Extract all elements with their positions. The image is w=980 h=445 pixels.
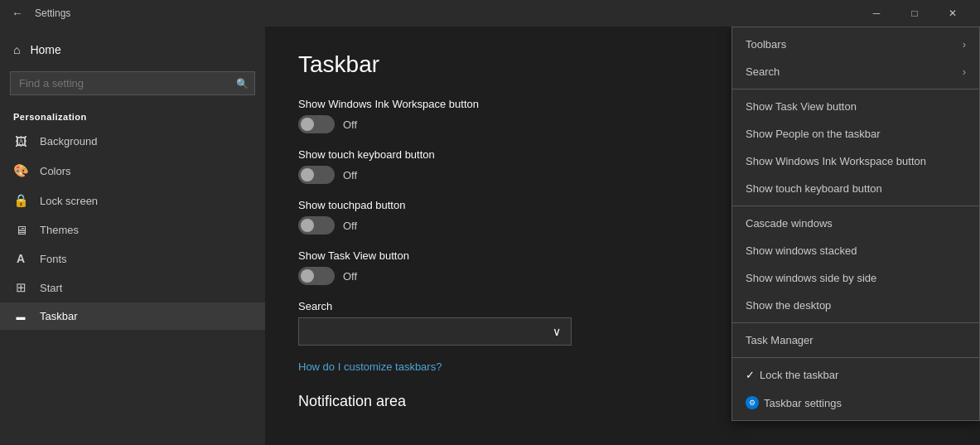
context-menu-item-show-desktop[interactable]: Show the desktop <box>732 292 979 319</box>
sidebar-item-start[interactable]: ⊞ Start <box>0 273 265 302</box>
task-manager-label: Task Manager <box>746 334 813 346</box>
sidebar-item-lock-screen[interactable]: 🔒 Lock screen <box>0 186 265 215</box>
sidebar-search-container: 🔍 <box>10 71 255 95</box>
sidebar-item-label: Fonts <box>40 253 67 265</box>
fonts-icon: A <box>13 252 28 265</box>
touchpad-toggle[interactable] <box>298 216 335 235</box>
sidebar-item-label: Background <box>40 135 97 148</box>
colors-icon: 🎨 <box>13 163 28 178</box>
titlebar-controls: ─ □ ✕ <box>857 0 972 27</box>
touch-keyboard-toggle-label: Off <box>343 169 357 181</box>
show-people-label: Show People on the taskbar <box>746 128 881 140</box>
sidebar: ⌂ Home 🔍 Personalization 🖼 Background 🎨 … <box>0 27 265 445</box>
themes-icon: 🖥 <box>13 223 28 237</box>
divider <box>732 322 979 323</box>
search-dropdown[interactable]: ∨ <box>298 317 572 346</box>
context-menu-item-show-ink[interactable]: Show Windows Ink Workspace button <box>732 148 979 175</box>
sidebar-section-label: Personalization <box>0 102 265 127</box>
content-area: Taskbar Show Windows Ink Workspace butto… <box>265 27 980 445</box>
cascade-label: Cascade windows <box>746 217 833 230</box>
titlebar-title: Settings <box>35 7 70 19</box>
sidebar-item-background[interactable]: 🖼 Background <box>0 127 265 156</box>
chevron-right-icon: › <box>963 66 966 78</box>
check-icon: ✓ <box>746 369 755 381</box>
touch-keyboard-toggle[interactable] <box>298 166 335 184</box>
sidebar-item-label: Colors <box>40 165 71 177</box>
show-task-view-label: Show Task View button <box>746 100 857 113</box>
touchpad-toggle-label: Off <box>343 220 357 232</box>
context-menu-item-show-stacked[interactable]: Show windows stacked <box>732 237 979 264</box>
main-layout: ⌂ Home 🔍 Personalization 🖼 Background 🎨 … <box>0 27 980 445</box>
context-menu-item-lock-taskbar[interactable]: ✓ Lock the taskbar <box>732 361 979 389</box>
background-icon: 🖼 <box>13 134 28 148</box>
divider <box>732 89 979 89</box>
home-label: Home <box>30 43 60 56</box>
taskbar-icon: ▬ <box>13 312 28 322</box>
back-button[interactable]: ← <box>8 3 27 23</box>
sidebar-item-label: Start <box>40 282 62 294</box>
context-menu-item-show-people[interactable]: Show People on the taskbar <box>732 120 979 148</box>
taskbar-settings-label: Taskbar settings <box>764 397 842 409</box>
context-menu-item-show-touch-kb[interactable]: Show touch keyboard button <box>732 175 979 202</box>
ink-workspace-toggle[interactable] <box>298 115 335 133</box>
lock-screen-icon: 🔒 <box>13 193 28 208</box>
sidebar-item-colors[interactable]: 🎨 Colors <box>0 156 265 186</box>
show-ink-label: Show Windows Ink Workspace button <box>746 155 926 167</box>
sidebar-item-label: Lock screen <box>40 195 98 207</box>
sidebar-item-themes[interactable]: 🖥 Themes <box>0 215 265 244</box>
minimize-button[interactable]: ─ <box>857 0 896 27</box>
context-menu-item-task-manager[interactable]: Task Manager <box>732 326 979 354</box>
context-menu-item-taskbar-settings[interactable]: ⚙ Taskbar settings <box>732 389 979 417</box>
sidebar-item-label: Themes <box>40 224 79 236</box>
sidebar-item-taskbar[interactable]: ▬ Taskbar <box>0 302 265 330</box>
task-view-toggle-label: Off <box>343 270 357 283</box>
context-menu-item-search[interactable]: Search › <box>732 58 979 85</box>
gear-icon: ⚙ <box>746 396 759 409</box>
chevron-right-icon: › <box>963 39 966 51</box>
sidebar-home-button[interactable]: ⌂ Home <box>0 35 265 65</box>
lock-taskbar-label: Lock the taskbar <box>760 369 838 381</box>
search-input[interactable] <box>10 71 255 95</box>
divider <box>732 206 979 206</box>
context-menu-item-toolbars[interactable]: Toolbars › <box>732 31 979 58</box>
chevron-down-icon: ∨ <box>553 325 561 338</box>
sidebar-item-label: Taskbar <box>40 310 78 322</box>
context-menu-item-show-side-by-side[interactable]: Show windows side by side <box>732 264 979 292</box>
close-button[interactable]: ✕ <box>934 0 972 27</box>
home-icon: ⌂ <box>13 43 20 56</box>
ink-workspace-toggle-label: Off <box>343 119 357 131</box>
maximize-button[interactable]: □ <box>896 0 934 27</box>
show-side-by-side-label: Show windows side by side <box>746 272 876 284</box>
show-stacked-label: Show windows stacked <box>746 244 857 257</box>
divider <box>732 357 979 358</box>
context-menu-item-cascade[interactable]: Cascade windows <box>732 210 979 237</box>
context-menu-item-show-task-view[interactable]: Show Task View button <box>732 93 979 120</box>
show-desktop-label: Show the desktop <box>746 299 831 312</box>
context-menu: Toolbars › Search › Show Task View butto… <box>731 27 980 421</box>
search-icon: 🔍 <box>236 78 249 89</box>
sidebar-item-fonts[interactable]: A Fonts <box>0 244 265 273</box>
titlebar-left: ← Settings <box>8 3 70 23</box>
toolbars-label: Toolbars <box>746 38 786 51</box>
titlebar: ← Settings ─ □ ✕ <box>0 0 980 27</box>
search-menu-label: Search <box>746 65 780 78</box>
task-view-toggle[interactable] <box>298 267 335 285</box>
show-touch-kb-label: Show touch keyboard button <box>746 182 882 195</box>
start-icon: ⊞ <box>13 280 28 295</box>
